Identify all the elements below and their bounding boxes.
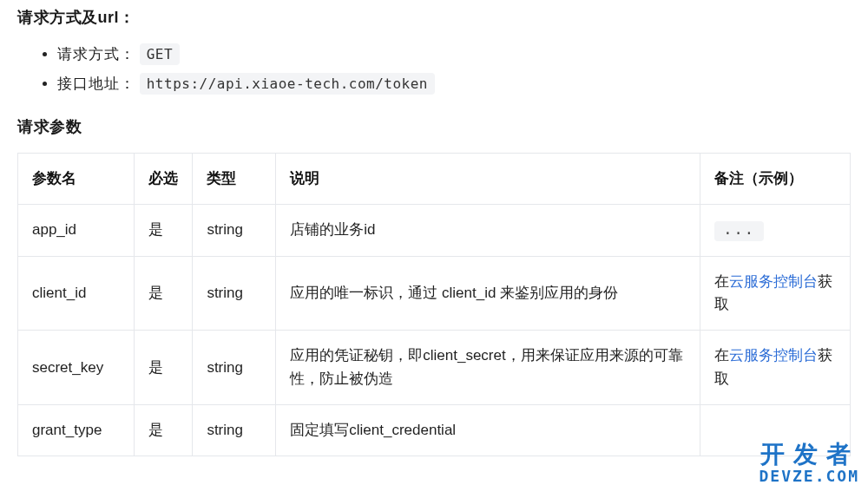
table-row: secret_key是string应用的凭证秘钥，即client_secret，… [18,331,851,405]
section-request-url-title: 请求方式及url： [17,7,851,28]
section-params-title: 请求参数 [17,116,851,137]
cloud-console-link[interactable]: 云服务控制台 [729,273,818,290]
cell-param-name: secret_key [18,331,135,405]
th-name: 参数名 [18,154,135,205]
cell-remark: 在云服务控制台获取 [700,256,851,331]
params-table: 参数名 必选 类型 说明 备注（示例） app_id是string店铺的业务id… [17,153,851,456]
api-url-item: 接口地址： https://api.xiaoe-tech.com/token [57,69,851,99]
table-row: grant_type是string固定填写client_credential [18,405,851,456]
cell-remark: ... [700,205,851,256]
remark-prefix: 在 [714,273,729,290]
th-type: 类型 [193,154,276,205]
cell-desc: 固定填写client_credential [276,405,700,456]
cell-type: string [193,256,276,331]
cell-desc: 店铺的业务id [276,205,700,256]
table-row: client_id是string应用的唯一标识，通过 client_id 来鉴别… [18,256,851,331]
cell-required: 是 [135,256,193,331]
cell-type: string [193,405,276,456]
api-url-value: https://api.xiaoe-tech.com/token [140,73,435,95]
remark-prefix: 在 [714,347,729,364]
th-remark: 备注（示例） [700,154,851,205]
cell-required: 是 [135,205,193,256]
watermark-line2: DEVZE.COM [759,467,859,485]
table-row: app_id是string店铺的业务id... [18,205,851,256]
request-info-list: 请求方式： GET 接口地址： https://api.xiaoe-tech.c… [57,40,851,99]
cell-type: string [193,205,276,256]
request-method-value: GET [140,43,180,65]
cell-remark: 在云服务控制台获取 [700,331,851,405]
cloud-console-link[interactable]: 云服务控制台 [729,347,818,364]
cell-required: 是 [135,405,193,456]
request-method-item: 请求方式： GET [57,40,851,69]
cell-remark [700,405,851,456]
cell-desc: 应用的唯一标识，通过 client_id 来鉴别应用的身份 [276,256,700,331]
cell-desc: 应用的凭证秘钥，即client_secret，用来保证应用来源的可靠性，防止被伪… [276,331,700,405]
ellipsis-icon: ... [714,221,764,241]
api-url-label: 接口地址： [57,75,135,92]
th-required: 必选 [135,154,193,205]
cell-required: 是 [135,331,193,405]
request-method-label: 请求方式： [57,46,135,62]
cell-param-name: app_id [18,205,135,256]
cell-param-name: client_id [18,256,135,331]
th-desc: 说明 [276,154,700,205]
cell-param-name: grant_type [18,405,135,456]
table-header-row: 参数名 必选 类型 说明 备注（示例） [18,154,851,205]
cell-type: string [193,331,276,405]
